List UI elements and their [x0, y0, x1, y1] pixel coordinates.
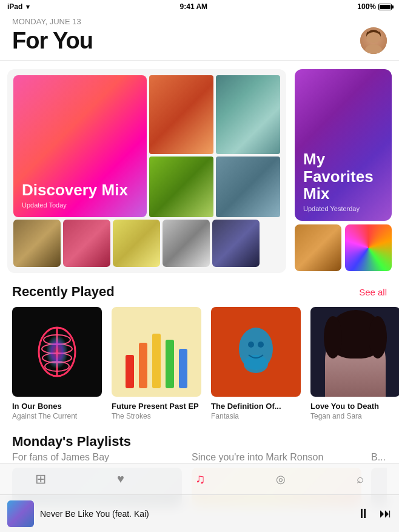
discovery-mix-main-tile[interactable]: Discovery Mix Updated Today	[13, 75, 147, 217]
svg-point-5	[377, 32, 381, 40]
svg-point-0	[367, 31, 380, 43]
favorites-mix-card[interactable]: My Favorites Mix Updated Yesterday	[295, 69, 392, 273]
device-label: iPad	[7, 2, 22, 11]
album-artist-2: The Strokes	[112, 412, 201, 420]
heart-icon: ♥	[117, 472, 124, 486]
now-playing-info: Never Be Like You (feat. Kai)	[40, 509, 357, 519]
recently-played-scroll[interactable]: In Our Bones Against The Current Future …	[0, 307, 399, 420]
discovery-mix-card[interactable]: Discovery Mix Updated Today	[7, 69, 286, 273]
album-card-1[interactable]: In Our Bones Against The Current	[12, 307, 102, 420]
now-playing-controls[interactable]: ⏸ ⏭	[357, 506, 392, 522]
now-playing-thumb	[7, 500, 34, 527]
tab-radio[interactable]: ◎	[276, 473, 286, 486]
mix-thumb-1	[149, 75, 213, 154]
album-name-2: Future Present Past EP	[112, 402, 201, 411]
album-card-4[interactable]: Love You to Death Tegan and Sara	[310, 307, 399, 420]
album-art-4	[310, 307, 399, 397]
now-playing-bar[interactable]: Never Be Like You (feat. Kai) ⏸ ⏭	[0, 494, 399, 532]
see-all-button[interactable]: See all	[359, 287, 387, 297]
favorites-mix-title: My Favorites Mix	[303, 150, 383, 203]
album-name-4: Love You to Death	[310, 402, 399, 411]
status-left: iPad ▾	[7, 2, 30, 11]
svg-point-15	[248, 342, 254, 348]
mix-bottom-thumb-5	[212, 220, 260, 267]
bottom-tab-bar: ⊞ ♥ ♫ ◎ ⌕	[0, 463, 399, 494]
avatar-image	[360, 27, 387, 54]
page-title: For You	[12, 28, 93, 54]
svg-point-12	[46, 335, 68, 369]
playlist-name-1: For fans of James Bay	[12, 452, 182, 463]
fav-thumb-1	[295, 224, 341, 271]
battery-icon	[378, 4, 392, 10]
mixes-section: Discovery Mix Updated Today	[0, 69, 399, 273]
fav-thumb-2	[345, 224, 392, 271]
avatar[interactable]	[360, 27, 387, 54]
search-icon: ⌕	[357, 472, 364, 486]
now-playing-title: Never Be Like You (feat. Kai)	[40, 509, 357, 519]
mix-thumb-4	[216, 157, 280, 217]
playlist-name-3: B...	[371, 452, 387, 463]
mix-bottom-thumb-4	[163, 220, 210, 267]
svg-point-16	[258, 342, 264, 348]
recently-played-title: Recently Played	[12, 284, 115, 300]
mix-bottom-thumb-1	[13, 220, 61, 267]
recently-played-header: Recently Played See all	[0, 284, 399, 300]
mix-thumb-2	[216, 75, 280, 154]
status-bar: iPad ▾ 9:41 AM 100%	[0, 0, 399, 13]
svg-point-4	[366, 32, 370, 40]
mix-thumb-3	[149, 157, 213, 217]
album-artist-4: Tegan and Sara	[310, 412, 399, 420]
album-name-1: In Our Bones	[12, 402, 102, 411]
discovery-mix-title: Discovery Mix	[22, 181, 138, 199]
favorites-mix-updated: Updated Yesterday	[303, 205, 383, 212]
album-card-2[interactable]: Future Present Past EP The Strokes	[112, 307, 201, 420]
mixes-scroll[interactable]: Discovery Mix Updated Today	[7, 69, 392, 273]
album-name-3: The Definition Of...	[211, 402, 301, 411]
album-art-2	[112, 307, 201, 397]
tab-search[interactable]: ⌕	[357, 472, 364, 486]
header-date: MONDAY, JUNE 13	[12, 17, 387, 26]
skip-forward-button[interactable]: ⏭	[380, 507, 392, 520]
radio-icon: ◎	[276, 473, 286, 486]
playlists-title: Monday's Playlists	[12, 434, 387, 450]
battery-label: 100%	[357, 2, 376, 11]
status-time: 9:41 AM	[180, 2, 208, 11]
mix-bottom-thumb-3	[113, 220, 160, 267]
wifi-icon: ▾	[26, 3, 30, 11]
album-art-1	[12, 307, 102, 397]
status-right: 100%	[357, 2, 392, 11]
play-pause-button[interactable]: ⏸	[357, 506, 370, 522]
svg-point-2	[369, 32, 378, 41]
header: MONDAY, JUNE 13 For You	[0, 13, 399, 60]
tab-music[interactable]: ♫	[195, 471, 206, 487]
svg-point-1	[365, 44, 382, 54]
album-artist-3: Fantasia	[211, 412, 301, 420]
tab-for-you[interactable]: ♥	[117, 472, 124, 486]
tab-library[interactable]: ⊞	[35, 471, 46, 487]
album-art-3	[211, 307, 301, 397]
music-icon: ♫	[195, 471, 206, 487]
library-icon: ⊞	[35, 471, 46, 487]
album-card-3[interactable]: The Definition Of... Fantasia	[211, 307, 301, 420]
playlist-name-2: Since you're into Mark Ronson	[192, 452, 361, 463]
discovery-mix-updated: Updated Today	[22, 201, 138, 209]
album-artist-1: Against The Current	[12, 412, 102, 420]
svg-point-3	[368, 30, 379, 37]
mix-bottom-thumb-2	[63, 220, 110, 267]
